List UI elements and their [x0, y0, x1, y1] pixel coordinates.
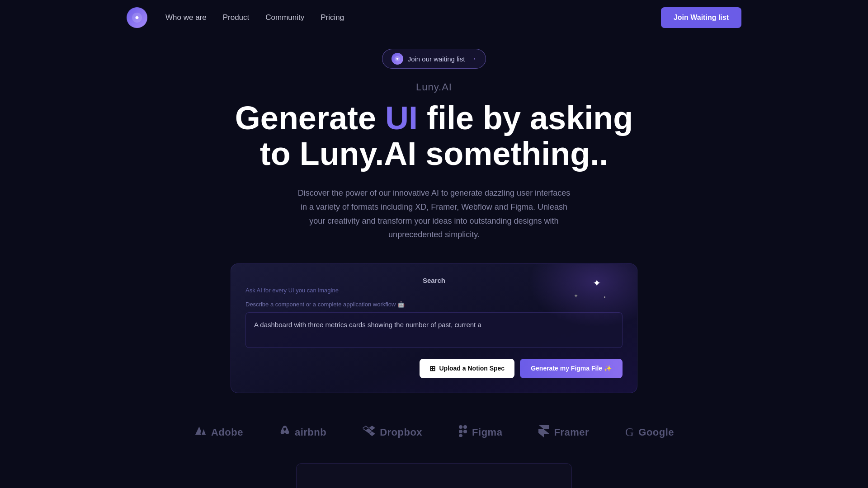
logo-framer: Framer: [538, 425, 589, 440]
nav-links: Who we are Product Community Pricing: [165, 13, 344, 22]
nav-left: Who we are Product Community Pricing: [127, 7, 344, 28]
star-small-icon: ✦: [574, 293, 578, 299]
pill-icon: [392, 53, 403, 65]
nav-join-button[interactable]: Join Waiting list: [661, 7, 741, 28]
hero-description: Discover the power of our innovative AI …: [294, 186, 574, 241]
adobe-label: Adobe: [211, 427, 243, 438]
framer-icon: [538, 425, 549, 440]
bottom-card: [296, 463, 572, 488]
hero-section: Join our waiting list → Luny.AI Generate…: [0, 35, 868, 393]
hero-title: Generate UI file by asking to Luny.AI so…: [231, 100, 637, 172]
logo-google: G Google: [625, 426, 674, 439]
svg-rect-4: [459, 425, 462, 429]
logo-dropbox: Dropbox: [363, 425, 422, 440]
pill-arrow: →: [469, 55, 476, 63]
prompt-hint: Describe a component or a complete appli…: [245, 301, 623, 308]
framer-label: Framer: [554, 427, 589, 438]
logo-icon[interactable]: [127, 7, 147, 28]
search-label: Search: [245, 277, 623, 284]
svg-point-3: [396, 58, 398, 60]
svg-rect-5: [463, 425, 467, 429]
svg-rect-7: [463, 430, 467, 433]
dropbox-label: Dropbox: [380, 427, 422, 438]
nav-link-community[interactable]: Community: [265, 13, 304, 22]
svg-point-1: [136, 16, 138, 19]
airbnb-icon: [279, 425, 290, 440]
star-dot-icon: [604, 296, 605, 298]
brand-label: Luny.AI: [416, 81, 452, 93]
adobe-icon: [194, 425, 207, 441]
waiting-list-pill[interactable]: Join our waiting list →: [382, 49, 486, 69]
notion-icon: ⊞: [429, 364, 435, 373]
bottom-section: [0, 463, 868, 488]
search-sublabel: Ask AI for every UI you can imagine: [245, 287, 623, 294]
logos-section: Adobe airbnb Dropbox Figma: [0, 425, 868, 441]
google-icon: G: [625, 426, 634, 439]
search-actions: ⊞ Upload a Notion Spec Generate my Figma…: [245, 359, 623, 378]
google-label: Google: [638, 427, 674, 438]
svg-rect-6: [459, 430, 462, 433]
generate-figma-button[interactable]: Generate my Figma File ✨: [520, 359, 623, 378]
logo-airbnb: airbnb: [279, 425, 326, 440]
airbnb-label: airbnb: [295, 427, 326, 438]
upload-notion-button[interactable]: ⊞ Upload a Notion Spec: [420, 359, 514, 378]
figma-icon: [458, 425, 467, 440]
logo-adobe: Adobe: [194, 425, 243, 441]
figma-label: Figma: [472, 427, 502, 438]
pill-text: Join our waiting list: [408, 55, 465, 63]
nav-link-who-we-are[interactable]: Who we are: [165, 13, 207, 22]
nav-link-pricing[interactable]: Pricing: [321, 13, 344, 22]
nav-link-product[interactable]: Product: [223, 13, 250, 22]
search-textarea[interactable]: [245, 312, 623, 348]
navbar: Who we are Product Community Pricing Joi…: [0, 0, 868, 35]
search-card: ✦ ✦ Search Ask AI for every UI you can i…: [231, 263, 637, 393]
logo-figma: Figma: [458, 425, 502, 440]
svg-rect-8: [459, 434, 462, 437]
hero-title-accent: UI: [385, 100, 418, 136]
dropbox-icon: [363, 425, 375, 440]
